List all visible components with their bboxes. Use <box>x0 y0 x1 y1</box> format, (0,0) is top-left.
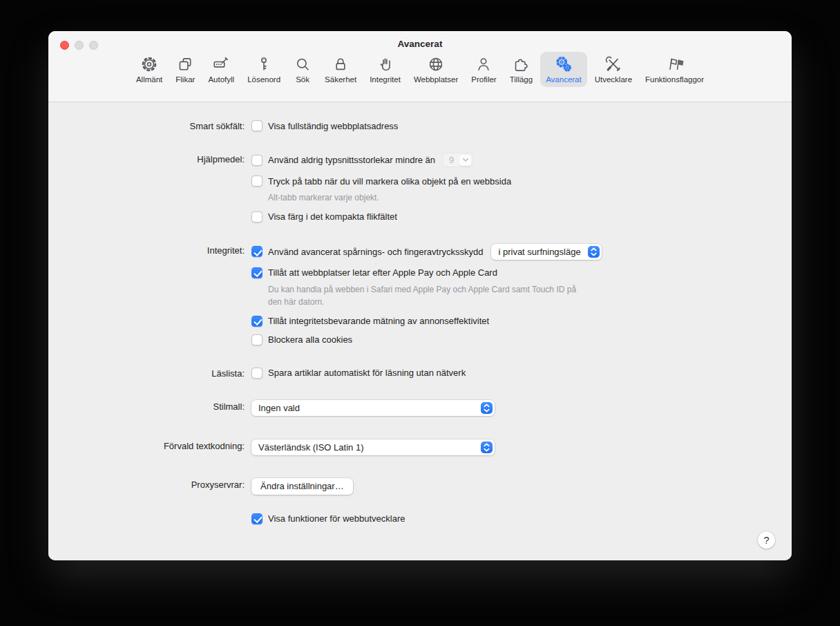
apple-pay-note: Du kan handla på webben i Safari med App… <box>268 283 591 309</box>
tab-utvecklare[interactable]: Utvecklare <box>589 52 638 87</box>
checkbox-label: Tillåt integritetsbevarande mätning av a… <box>268 316 489 326</box>
tab-highlight-checkbox[interactable] <box>251 176 262 187</box>
apple-pay-checkbox[interactable] <box>251 267 262 278</box>
section-label: Förvald textkodning: <box>48 439 251 455</box>
tab-label: Säkerhet <box>325 75 356 84</box>
section-accessibility: Hjälpmedel: Använd aldrig typsnittsstorl… <box>48 153 792 223</box>
select-value: Ingen vald <box>258 403 481 413</box>
section-smart-search: Smart sökfält: Visa fullständig webbplat… <box>48 120 792 132</box>
checkbox-label: Tillåt att webbplatser letar efter Apple… <box>268 267 497 278</box>
chevron-updown-icon <box>588 246 600 258</box>
select-value: Västerländsk (ISO Latin 1) <box>258 442 481 453</box>
tab-tillagg[interactable]: Tillägg <box>504 52 538 87</box>
settings-toolbar: Allmänt Flikar <box>48 52 792 87</box>
gear-icon <box>140 54 158 75</box>
row-tab-highlight: Tryck på tabb när du vill markera olika … <box>251 175 511 187</box>
encoding-select[interactable]: Västerländsk (ISO Latin 1) <box>251 439 495 455</box>
tab-label: Sök <box>296 75 309 84</box>
row-ad-measurement: Tillåt integritetsbevarande mätning av a… <box>251 315 602 328</box>
key-icon <box>255 54 273 75</box>
row-compact-tabbar-color: Visa färg i det kompakta flikfältet <box>251 211 511 223</box>
help-button[interactable]: ? <box>758 531 775 549</box>
show-full-address-checkbox[interactable] <box>251 120 262 131</box>
compact-tabbar-color-checkbox[interactable] <box>251 211 262 222</box>
section-label: Hjälpmedel: <box>48 153 251 223</box>
checkbox-label: Visa funktioner för webbutvecklare <box>268 513 405 524</box>
section-label <box>48 513 251 525</box>
section-label: Stilmall: <box>48 400 251 416</box>
checkbox-label: Använd avancerat spårnings- och fingerav… <box>268 247 483 257</box>
row-tracking-protection: Använd avancerat spårnings- och fingerav… <box>251 244 602 260</box>
tab-profiler[interactable]: Profiler <box>466 52 502 87</box>
titlebar: Avancerat Allmänt <box>48 31 792 102</box>
tab-label: Webbplatser <box>414 75 458 84</box>
tab-integritet[interactable]: Integritet <box>364 52 406 87</box>
section-proxies: Proxyservrar: Ändra inställningar… <box>48 478 792 495</box>
row-block-cookies: Blockera alla cookies <box>251 334 602 346</box>
font-size-value: 9 <box>449 155 459 165</box>
zoom-button <box>89 41 98 50</box>
section-label: Proxyservrar: <box>48 478 251 495</box>
web-developer-features-checkbox[interactable] <box>251 513 262 524</box>
section-reading-list: Läslista: Spara artiklar automatiskt för… <box>48 367 792 379</box>
tab-label: Tillägg <box>510 75 533 84</box>
font-size-select: 9 <box>442 153 473 167</box>
section-label: Läslista: <box>48 367 251 379</box>
tab-label: Lösenord <box>247 75 280 84</box>
checkbox-label: Visa fullständig webbplatsadress <box>268 121 398 131</box>
tab-label: Utvecklare <box>595 75 632 84</box>
tab-allmant[interactable]: Allmänt <box>131 52 168 87</box>
window-title: Avancerat <box>48 31 792 49</box>
tab-label: Allmänt <box>136 75 162 84</box>
checkbox-label: Tryck på tabb när du vill markera olika … <box>268 176 511 187</box>
row-min-font-size: Använd aldrig typsnittsstorlekar mindre … <box>251 153 511 167</box>
close-button[interactable] <box>60 41 69 50</box>
tab-funktionsflaggor[interactable]: Funktionsflaggor <box>640 52 709 87</box>
checkbox-label: Blockera alla cookies <box>268 334 352 345</box>
tracking-mode-select[interactable]: i privat surfningsläge <box>491 244 601 260</box>
puzzle-icon <box>512 54 530 75</box>
section-developer: Visa funktioner för webbutvecklare <box>48 513 792 525</box>
chevron-updown-icon <box>481 402 493 414</box>
section-stylesheet: Stilmall: Ingen vald <box>48 400 792 416</box>
section-privacy: Integritet: Använd avancerat spårnings- … <box>48 244 792 346</box>
tab-losenord[interactable]: Lösenord <box>242 52 286 87</box>
person-icon <box>475 54 493 75</box>
minimize-button <box>75 41 84 50</box>
stylesheet-select[interactable]: Ingen vald <box>251 400 495 416</box>
offline-reading-checkbox[interactable] <box>251 368 262 379</box>
chevron-updown-icon <box>481 442 493 453</box>
tab-sakerhet[interactable]: Säkerhet <box>319 52 362 87</box>
ad-measurement-checkbox[interactable] <box>251 316 262 327</box>
tab-label: Flikar <box>175 75 195 84</box>
tab-autofyll[interactable]: Autofyll <box>202 52 240 87</box>
section-label: Smart sökfält: <box>48 120 251 132</box>
tabs-icon <box>176 54 194 75</box>
checkbox-label: Visa färg i det kompakta flikfältet <box>268 211 397 222</box>
chevron-down-icon <box>459 155 471 166</box>
tab-sok[interactable]: Sök <box>288 52 317 87</box>
tab-avancerat[interactable]: Avancerat <box>540 52 587 87</box>
row-show-full-address: Visa fullständig webbplatsadress <box>251 120 398 132</box>
tab-flikar[interactable]: Flikar <box>170 52 200 87</box>
section-encoding: Förvald textkodning: Västerländsk (ISO L… <box>48 439 792 455</box>
checkbox-label: Spara artiklar automatiskt för läsning u… <box>268 368 466 378</box>
section-label: Integritet: <box>48 244 251 346</box>
tab-webbplatser[interactable]: Webbplatser <box>408 52 464 87</box>
tracking-protection-checkbox[interactable] <box>251 246 262 257</box>
globe-icon <box>427 54 445 75</box>
lock-icon <box>332 54 350 75</box>
flags-icon <box>666 54 684 75</box>
gears-icon <box>555 54 573 75</box>
select-value: i privat surfningsläge <box>498 247 587 257</box>
block-cookies-checkbox[interactable] <box>251 334 262 345</box>
tab-label: Profiler <box>471 75 496 84</box>
min-font-size-checkbox[interactable] <box>251 155 262 166</box>
search-icon <box>294 54 312 75</box>
change-proxy-settings-button[interactable]: Ändra inställningar… <box>251 478 353 495</box>
tab-label: Funktionsflaggor <box>645 75 704 84</box>
checkbox-label: Använd aldrig typsnittsstorlekar mindre … <box>268 155 435 165</box>
safari-settings-window: Avancerat Allmänt <box>48 31 792 560</box>
hand-icon <box>376 54 394 75</box>
tab-highlight-note: Alt-tabb markerar varje objekt. <box>268 191 511 205</box>
